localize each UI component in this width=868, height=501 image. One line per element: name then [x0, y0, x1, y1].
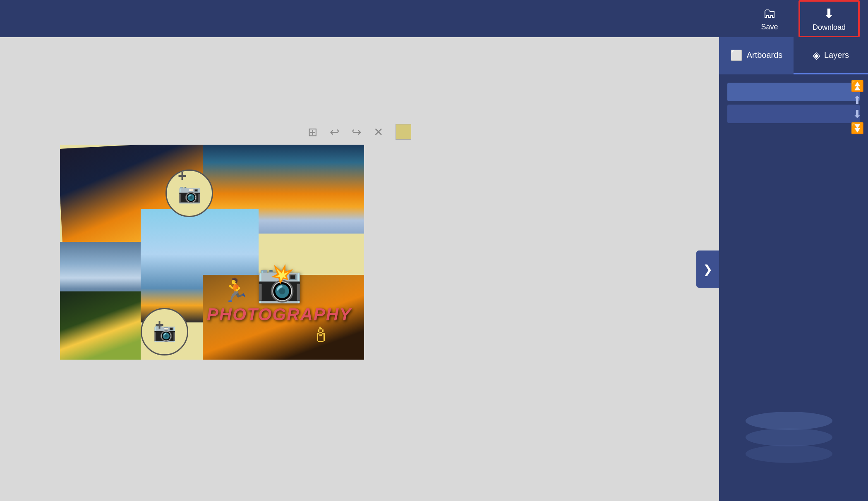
layer-item-2[interactable]: [727, 105, 860, 123]
undo-icon[interactable]: ↩: [330, 125, 339, 139]
layers-icon-large: [743, 392, 834, 468]
download-icon: ⬇: [823, 6, 834, 21]
photography-logo: 📸 PHOTOGRAPHY: [201, 209, 358, 324]
save-label: Save: [761, 23, 778, 31]
layers-tab-label: Layers: [824, 50, 849, 60]
download-label: Download: [813, 23, 846, 32]
canvas-toolbar: ⊞ ↩ ↪ ✕: [308, 124, 411, 140]
collage-wrapper: 📷 📷 + + 🏃 📸 PHOTOGRAPHY 🕯: [60, 145, 364, 360]
save-icon: 🗂: [763, 6, 776, 21]
collapse-sidebar-button[interactable]: ❯: [696, 250, 719, 288]
redo-icon[interactable]: ↪: [352, 125, 361, 139]
photography-text: PHOTOGRAPHY: [207, 305, 352, 324]
artboards-tab-icon: ⬜: [730, 50, 743, 61]
canvas-area: ⊞ ↩ ↪ ✕ 📷 📷 + +: [0, 37, 719, 501]
camera-badge-icon: 📸: [256, 261, 302, 305]
tab-artboards[interactable]: ⬜ Artboards: [719, 37, 794, 74]
person-light-figure: 🕯: [310, 323, 331, 347]
main-layout: ⊞ ↩ ↪ ✕ 📷 📷 + +: [0, 37, 868, 501]
sidebar-controls: ⏫ ⬆ ⬇ ⏬: [846, 74, 868, 140]
close-icon[interactable]: ✕: [374, 125, 383, 139]
svg-point-1: [746, 428, 832, 446]
sidebar-tabs: ⬜ Artboards ◈ Layers: [719, 37, 868, 74]
tab-layers[interactable]: ◈ Layers: [794, 37, 868, 74]
plus-sign-top: +: [178, 167, 187, 185]
move-bottom-button[interactable]: ⏬: [851, 123, 864, 134]
svg-point-0: [746, 445, 832, 463]
save-button[interactable]: 🗂 Save: [745, 2, 794, 36]
layers-tab-icon: ◈: [813, 50, 820, 61]
sidebar: ⬜ Artboards ◈ Layers ⏫ ⬆ ⬇ ⏬: [719, 37, 868, 501]
plus-sign-bottom: +: [155, 316, 164, 334]
camera-circle-bottom: 📷: [141, 308, 188, 355]
grid-icon[interactable]: ⊞: [308, 125, 317, 139]
svg-point-2: [746, 412, 832, 430]
header: 🗂 Save ⬇ Download: [0, 0, 868, 37]
download-button[interactable]: ⬇ Download: [798, 0, 860, 38]
move-top-button[interactable]: ⏫: [851, 81, 864, 91]
collage: 📷 📷 + + 🏃 📸 PHOTOGRAPHY 🕯: [60, 145, 364, 360]
color-swatch[interactable]: [396, 124, 411, 140]
move-down-button[interactable]: ⬇: [853, 109, 862, 119]
layer-item-1[interactable]: [727, 83, 860, 101]
artboards-tab-label: Artboards: [747, 50, 783, 60]
photo-cell-bottom-left: [60, 291, 141, 360]
layers-panel: [719, 83, 868, 123]
collapse-icon: ❯: [703, 262, 712, 276]
move-up-button[interactable]: ⬆: [853, 95, 862, 105]
